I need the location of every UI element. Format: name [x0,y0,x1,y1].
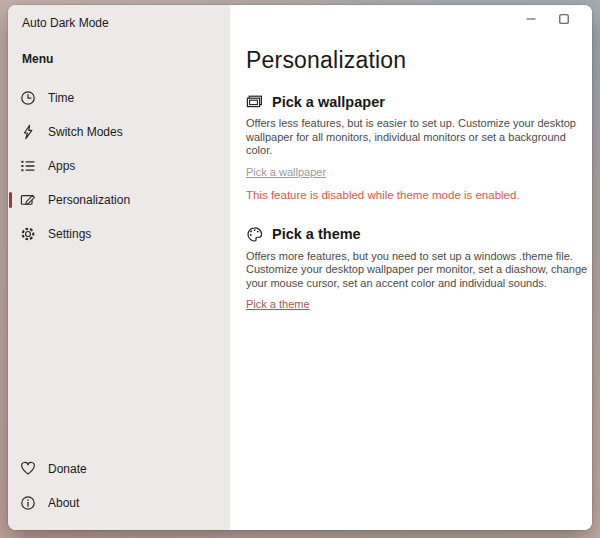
pick-a-wallpaper-link[interactable]: Pick a wallpaper [246,166,326,178]
maximize-icon [558,13,570,25]
page-title: Personalization [246,47,592,74]
sidebar-footer: Donate About [8,452,230,524]
close-button[interactable] [580,5,592,33]
section-header: Pick a theme [246,226,592,243]
close-icon [591,13,593,25]
menu-heading: Menu [8,52,230,66]
section-title: Pick a theme [272,226,361,242]
sidebar-item-label: Switch Modes [48,125,123,139]
minimize-icon [525,13,537,25]
section-pick-a-wallpaper: Pick a wallpaper Offers less features, b… [246,93,592,201]
disabled-warning-text: This feature is disabled while theme mod… [246,189,592,201]
sidebar-item-apps[interactable]: Apps [8,149,230,183]
app-title: Auto Dark Mode [8,16,230,30]
sidebar-item-label: Settings [48,227,91,241]
sidebar-item-label: Donate [48,462,87,476]
sidebar-item-switch-modes[interactable]: Switch Modes [8,115,230,149]
app-window: Auto Dark Mode Menu Time Switch Modes Ap… [8,5,592,530]
content-area: Personalization Pick a wallpaper Offers … [230,5,592,530]
section-description: Offers more features, but you need to se… [246,250,592,291]
sidebar-item-label: About [48,496,79,510]
clock-icon [20,90,36,106]
lightning-icon [20,124,36,140]
sidebar-item-personalization[interactable]: Personalization [8,183,230,217]
titlebar [230,5,592,35]
sidebar-item-about[interactable]: About [8,486,230,520]
sidebar-item-settings[interactable]: Settings [8,217,230,251]
sidebar-item-label: Time [48,91,74,105]
list-icon [20,158,36,174]
sidebar-item-donate[interactable]: Donate [8,452,230,486]
wallpaper-icon [246,93,263,110]
sidebar-item-label: Apps [48,159,75,173]
sidebar: Auto Dark Mode Menu Time Switch Modes Ap… [8,5,230,530]
maximize-button[interactable] [547,5,580,33]
section-header: Pick a wallpaper [246,93,592,110]
personalization-page: Personalization Pick a wallpaper Offers … [230,35,592,312]
sidebar-item-time[interactable]: Time [8,81,230,115]
personalization-icon [20,192,36,208]
heart-icon [20,461,36,477]
section-title: Pick a wallpaper [272,94,385,110]
palette-icon [246,226,263,243]
minimize-button[interactable] [514,5,547,33]
section-description: Offers less features, but is easier to s… [246,117,592,158]
section-pick-a-theme: Pick a theme Offers more features, but y… [246,226,592,313]
sidebar-nav: Time Switch Modes Apps Personalization [8,81,230,251]
pick-a-theme-link[interactable]: Pick a theme [246,298,310,310]
info-icon [20,495,36,511]
sidebar-item-label: Personalization [48,193,130,207]
gear-icon [20,226,36,242]
